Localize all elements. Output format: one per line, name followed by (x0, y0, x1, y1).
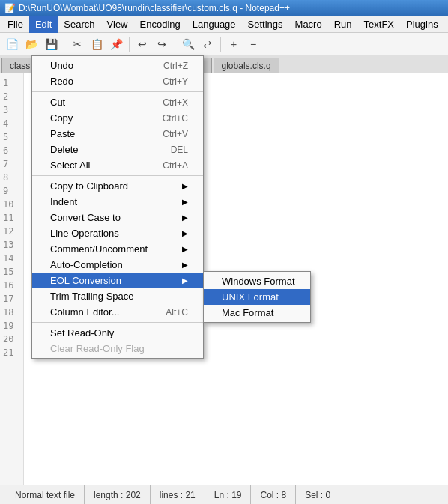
title-bar: 📝 D:\RunUO\Wombat\UO98\rundir\classifier… (0, 0, 448, 16)
sep3 (32, 322, 203, 323)
menu-item-column-editor[interactable]: Column Editor... Alt+C (32, 304, 203, 320)
menu-settings[interactable]: Settings (242, 16, 289, 33)
toolbar-cut[interactable]: ✂ (68, 35, 86, 53)
menu-item-copy-clipboard[interactable]: Copy to Clipboard ▶ (32, 178, 203, 194)
toolbar-sep1 (64, 37, 64, 52)
sep1 (32, 91, 203, 92)
toolbar: 📄 📂 💾 ✂ 📋 📌 ↩ ↪ 🔍 ⇄ + − (0, 33, 448, 55)
menu-textfx[interactable]: TextFX (358, 16, 400, 33)
menu-item-eol-conversion[interactable]: EOL Conversion ▶ Windows Format UNIX For… (32, 273, 203, 288)
toolbar-undo[interactable]: ↩ (133, 35, 151, 53)
toolbar-sep4 (220, 37, 221, 52)
menu-item-auto-completion[interactable]: Auto-Completion ▶ (32, 257, 203, 273)
menu-item-clear-readonly: Clear Read-Only Flag (32, 341, 203, 356)
menu-plugins[interactable]: Plugins (400, 16, 444, 33)
menu-item-trim-trailing[interactable]: Trim Trailing Space (32, 288, 203, 304)
menu-encoding[interactable]: Encoding (134, 16, 187, 33)
status-lines: lines : 21 (151, 485, 205, 504)
toolbar-redo[interactable]: ↪ (153, 35, 171, 53)
tab-globals[interactable]: globals.cls.q (214, 58, 279, 73)
menu-item-convert-case[interactable]: Convert Case to ▶ (32, 210, 203, 225)
eol-unix[interactable]: UNIX Format (204, 289, 310, 305)
status-col: Col : 8 (251, 485, 296, 504)
menu-item-set-readonly[interactable]: Set Read-Only (32, 325, 203, 341)
menu-search[interactable]: Search (58, 16, 100, 33)
menu-item-line-operations[interactable]: Line Operations ▶ (32, 225, 203, 241)
toolbar-open[interactable]: 📂 (22, 35, 40, 53)
toolbar-zoom-in[interactable]: + (225, 35, 243, 53)
toolbar-replace[interactable]: ⇄ (199, 35, 217, 53)
eol-windows[interactable]: Windows Format (204, 273, 310, 289)
menu-bar: File Edit Search View Encoding Language … (0, 16, 448, 33)
menu-language[interactable]: Language (187, 16, 242, 33)
status-bar: Normal text file length : 202 lines : 21… (0, 485, 448, 504)
status-position: Ln : 19 (205, 485, 252, 504)
line-numbers: 12345 678910 1112131415 1617181920 21 (0, 73, 24, 485)
edit-dropdown-menu: Undo Ctrl+Z Redo Ctrl+Y Cut Ctrl+X Copy … (31, 55, 204, 359)
menu-item-redo[interactable]: Redo Ctrl+Y (32, 73, 203, 89)
title-icon: 📝 (4, 3, 16, 13)
status-sel: Sel : 0 (296, 485, 339, 504)
status-length: length : 202 (85, 485, 151, 504)
status-filetype: Normal text file (6, 485, 85, 504)
toolbar-paste[interactable]: 📌 (107, 35, 125, 53)
eol-submenu: Windows Format UNIX Format Mac Format (203, 271, 311, 323)
menu-item-delete[interactable]: Delete DEL (32, 142, 203, 157)
menu-item-cut[interactable]: Cut Ctrl+X (32, 94, 203, 110)
sep2 (32, 175, 203, 176)
menu-item-indent[interactable]: Indent ▶ (32, 194, 203, 210)
toolbar-sep3 (175, 37, 175, 52)
menu-item-copy[interactable]: Copy Ctrl+C (32, 110, 203, 126)
menu-macro[interactable]: Macro (289, 16, 328, 33)
toolbar-save[interactable]: 💾 (42, 35, 60, 53)
toolbar-new[interactable]: 📄 (3, 35, 21, 53)
toolbar-zoom-out[interactable]: − (244, 35, 262, 53)
menu-edit[interactable]: Edit (29, 16, 58, 33)
menu-item-paste[interactable]: Paste Ctrl+V (32, 126, 203, 142)
toolbar-copy[interactable]: 📋 (88, 35, 106, 53)
menu-item-select-all[interactable]: Select All Ctrl+A (32, 157, 203, 173)
toolbar-sep2 (129, 37, 130, 52)
toolbar-find[interactable]: 🔍 (179, 35, 197, 53)
menu-file[interactable]: File (1, 16, 29, 33)
menu-view[interactable]: View (101, 16, 134, 33)
eol-mac[interactable]: Mac Format (204, 305, 310, 321)
menu-window[interactable]: Window (444, 16, 448, 33)
menu-run[interactable]: Run (328, 16, 358, 33)
menu-item-undo[interactable]: Undo Ctrl+Z (32, 58, 203, 73)
title-text: D:\RunUO\Wombat\UO98\rundir\classifier\c… (19, 3, 290, 13)
menu-item-comment[interactable]: Comment/Uncomment ▶ (32, 241, 203, 257)
